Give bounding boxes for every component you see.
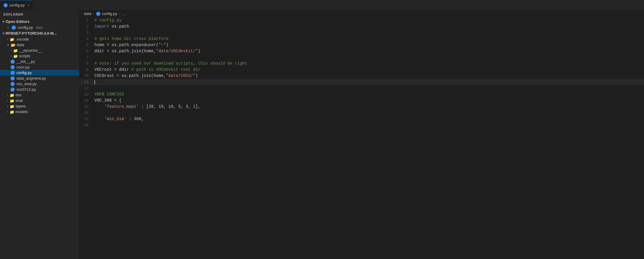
sidebar-item-data-augment[interactable]: data_augment.py	[0, 75, 79, 81]
line-number: 17	[79, 116, 93, 122]
sidebar-item-pycache[interactable]: › 📁 __pycache__	[0, 48, 79, 53]
line-number: 12	[79, 85, 93, 91]
folder-icon-scripts: 📁	[13, 54, 17, 58]
line-number: 8	[79, 60, 93, 67]
line-code[interactable]: 'feature_maps' : [38, 19, 10, 5, 3, 1],	[93, 104, 644, 110]
sidebar: Explorer ∨ Open Editors × config.py data…	[0, 10, 79, 259]
line-code[interactable]	[93, 79, 644, 85]
line-code[interactable]: ddir = os.path.join(home,"data/VOCdevkit…	[93, 48, 644, 54]
line-code[interactable]: COCOroot = os.path.join(home,"data/COCO/…	[93, 73, 644, 79]
file-label-config: config.py	[16, 70, 32, 75]
table-row: 4 # gets home dir cross platform	[79, 36, 644, 42]
line-code[interactable]: #RFB CONFIGS	[93, 91, 644, 97]
editor-close-button[interactable]: ×	[7, 26, 9, 29]
line-number: 16	[79, 110, 93, 116]
line-code[interactable]	[93, 54, 644, 60]
table-row: 1 # config.py	[79, 17, 644, 23]
sidebar-item-eval[interactable]: › 📁 eval	[0, 98, 79, 103]
sidebar-item-vscode[interactable]: › 📁 .vscode	[0, 36, 79, 42]
file-icon-config	[11, 71, 15, 75]
line-code[interactable]: # config.py	[93, 17, 644, 23]
line-code[interactable]: home = os.path.expanduser("~")	[93, 42, 644, 48]
sidebar-item-coco-py[interactable]: coco.py	[0, 64, 79, 70]
file-icon-coco	[11, 65, 15, 69]
breadcrumb-data: data	[84, 11, 91, 16]
chevron-data: ∨	[7, 43, 9, 46]
folder-label-layers: layers	[16, 104, 26, 108]
line-number: 3	[79, 30, 93, 36]
line-number: 18	[79, 122, 93, 128]
table-row: 17 'min_dim' : 300,	[79, 116, 644, 122]
line-number: 7	[79, 54, 93, 60]
open-editors-section[interactable]: ∨ Open Editors	[0, 18, 79, 25]
table-row: 5 home = os.path.expanduser("~")	[79, 42, 644, 48]
sidebar-item-layers[interactable]: › 📁 layers	[0, 103, 79, 109]
folder-icon-pycache: 📁	[13, 48, 17, 53]
line-number: 14	[79, 97, 93, 104]
project-section[interactable]: ∨ RFBNET-PYTORCH0.4.0-M...	[0, 30, 79, 36]
code-editor[interactable]: 1 # config.py 2 import os.path 3	[79, 17, 644, 259]
line-code[interactable]	[93, 30, 644, 36]
sidebar-item-data[interactable]: ∨ 📂 data	[0, 42, 79, 48]
file-icon-data-augment	[11, 76, 15, 80]
sidebar-item-voc0712[interactable]: voc0712.py	[0, 87, 79, 92]
table-row: 9 VOCroot = ddir # path to VOCdevkit roo…	[79, 67, 644, 73]
line-code[interactable]	[93, 122, 644, 128]
breadcrumb-config: config.py	[102, 11, 117, 16]
file-label-voc-eval: voc_eval.py	[16, 82, 37, 86]
tab-label: config.py	[9, 3, 25, 7]
line-code[interactable]	[93, 110, 644, 116]
chevron-open-editors: ∨	[2, 20, 4, 23]
sidebar-item-doc[interactable]: › 📁 doc	[0, 92, 79, 98]
table-row: 13 #RFB CONFIGS	[79, 91, 644, 97]
open-editor-secondary: data	[36, 26, 43, 30]
folder-label-models: models	[16, 110, 28, 114]
table-row: 16	[79, 110, 644, 116]
line-code[interactable]: 'min_dim' : 300,	[93, 116, 644, 122]
tab-config-py[interactable]: config.py ×	[0, 0, 33, 10]
line-code[interactable]: import os.path	[93, 23, 644, 30]
file-icon-tab	[4, 3, 8, 7]
folder-label-pycache: __pycache__	[19, 48, 42, 53]
code-table: 1 # config.py 2 import os.path 3	[79, 17, 644, 128]
file-label-voc0712: voc0712.py	[16, 87, 36, 92]
folder-icon-doc: 📁	[10, 93, 14, 97]
line-code[interactable]: VOCroot = ddir # path to VOCdevkit root …	[93, 67, 644, 73]
sidebar-item-models[interactable]: › 📁 models	[0, 109, 79, 115]
line-code[interactable]	[93, 85, 644, 91]
breadcrumb-ellipsis: ...	[122, 11, 125, 16]
chevron-doc: ›	[7, 93, 8, 97]
main-layout: Explorer ∨ Open Editors × config.py data…	[0, 10, 644, 259]
sidebar-item-config-py[interactable]: config.py	[0, 70, 79, 75]
table-row: 6 ddir = os.path.join(home,"data/VOCdevk…	[79, 48, 644, 54]
line-number: 11	[79, 79, 93, 85]
folder-icon-models: 📁	[10, 110, 14, 114]
breadcrumb-sep-2: ›	[119, 11, 120, 16]
tab-bar: config.py ×	[0, 0, 644, 10]
line-number: 15	[79, 104, 93, 110]
sidebar-item-voc-eval[interactable]: voc_eval.py	[0, 81, 79, 87]
file-label-init: __init__.py	[16, 59, 35, 64]
file-label-coco: coco.py	[16, 65, 30, 69]
project-label: RFBNET-PYTORCH0.4.0-M...	[6, 31, 57, 36]
tab-close-button[interactable]: ×	[28, 4, 29, 7]
open-editor-label: config.py	[18, 25, 33, 30]
line-number: 5	[79, 42, 93, 48]
line-code[interactable]: # note: if you used our download scripts…	[93, 60, 644, 67]
chevron-layers: ›	[7, 105, 8, 108]
sidebar-item-init-py[interactable]: __init__.py	[0, 59, 79, 64]
line-number: 13	[79, 91, 93, 97]
folder-icon-vscode: 📁	[10, 37, 14, 41]
line-code[interactable]: # gets home dir cross platform	[93, 36, 644, 42]
table-row: 14 VOC_300 = {	[79, 97, 644, 104]
file-icon-voc-eval	[11, 82, 15, 86]
line-number: 9	[79, 67, 93, 73]
line-number: 6	[79, 48, 93, 54]
line-code[interactable]: VOC_300 = {	[93, 97, 644, 104]
file-icon-init	[11, 60, 15, 64]
open-editor-config-py[interactable]: × config.py data	[0, 25, 79, 30]
folder-label-data: data	[17, 43, 24, 47]
sidebar-header: Explorer	[0, 10, 79, 18]
folder-label-vscode: .vscode	[16, 37, 29, 41]
sidebar-item-scripts[interactable]: › 📁 scripts	[0, 53, 79, 59]
